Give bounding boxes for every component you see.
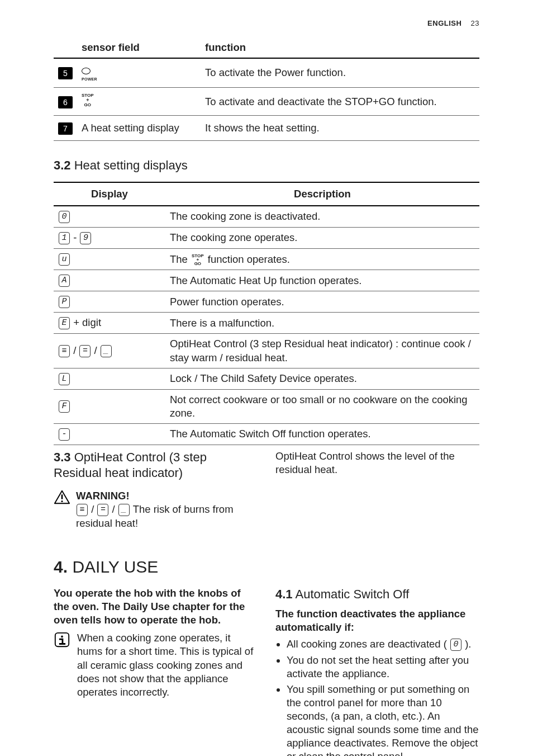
daily-use-columns: You operate the hob with the knobs of th… [54,587,479,756]
seg-icon: A [59,275,70,287]
seg-icon: ≡ [77,504,88,516]
heat-setting-table: Display Description 0The cooking zone is… [54,182,479,445]
seg-icon: 0 [450,639,461,651]
display-cell: u [54,249,165,270]
row-number-box: 7 [58,122,73,135]
section-title: DAILY USE [72,557,158,576]
list-item: You do not set the heat setting after yo… [287,654,479,681]
page-header: ENGLISH 23 [54,19,479,29]
display-cell: P [54,291,165,313]
description-cell: Power function operates. [165,291,479,313]
function-head: The function deactivates the appliance a… [275,607,479,634]
stop-go-icon: STOP+GO [192,254,204,266]
seg-icon: _ [101,345,112,357]
info-icon [54,631,70,648]
section-number: 3.2 [54,158,71,172]
function-cell: To activate the Power function. [201,58,479,88]
daily-use-intro: You operate the hob with the knobs of th… [54,587,258,627]
display-cell: 1 - 9 [54,227,165,248]
row-number-box: 5 [58,67,73,79]
warning-block: WARNING! ≡ / = / _ The risk of burns fro… [76,489,258,530]
warning-label: WARNING! [76,489,258,503]
sensor-cell: POWER [77,58,201,88]
display-cell: F [54,389,165,423]
svg-point-1 [61,500,63,502]
sensor-cell: STOP+GO [77,88,201,116]
seg-icon: = [97,504,108,516]
lang-label: ENGLISH [427,19,461,27]
section-4-1-heading: 4.1 Automatic Switch Off [275,587,479,603]
function-cell: To activate and deactivate the STOP+GO f… [201,88,479,116]
seg-icon: ≡ [59,345,70,357]
seg-icon: 0 [59,211,70,223]
description-cell: There is a malfunction. [165,313,479,334]
description-cell: The cooking zone is deactivated. [165,206,479,228]
display-cell: E + digit [54,313,165,334]
seg-icon: 1 [59,232,70,244]
section-number: 4.1 [275,587,293,601]
seg-icon: = [79,345,91,357]
list-item: All cooking zones are deactivated ( 0 ). [287,637,479,651]
section-title: OptiHeat Control (3 step Residual heat i… [54,450,207,480]
section-3-2-heading: 3.2 Heat setting displays [54,158,479,174]
section-title: Automatic Switch Off [296,587,410,601]
power-icon: POWER [82,65,196,82]
section-number: 4. [54,557,68,576]
table1-header-function: function [201,37,479,58]
page-number: 23 [471,19,479,27]
list-item: You spill something or put something on … [287,683,479,756]
seg-icon: L [59,373,70,385]
auto-switch-off-list: All cooking zones are deactivated ( 0 ).… [275,637,479,756]
seg-icon: 9 [80,232,91,244]
seg-icon: E [59,317,70,329]
table2-header-description: Description [165,182,479,206]
sensor-cell: A heat setting display [77,116,201,141]
svg-point-3 [61,636,63,638]
description-cell: The cooking zone operates. [165,227,479,248]
stop-go-icon: STOP+GO [82,93,94,107]
display-cell: A [54,270,165,291]
display-cell: - [54,423,165,445]
warning-text: ≡ / = / _ The risk of burns from residua… [76,503,258,530]
warning-icon [54,489,70,505]
description-cell: The Automatic Switch Off function operat… [165,423,479,445]
display-cell: L [54,368,165,389]
display-cell: ≡ / = / _ [54,334,165,368]
section-3-3: 3.3 OptiHeat Control (3 step Residual he… [54,450,479,530]
seg-icon: - [59,428,70,441]
description-cell: The STOP+GO function operates. [165,249,479,270]
seg-icon: F [59,400,70,413]
section-3-3-heading: 3.3 OptiHeat Control (3 step Residual he… [54,450,258,481]
svg-rect-0 [61,494,63,499]
optiheat-description: OptiHeat Control shows the level of the … [275,450,479,476]
table2-header-display: Display [54,182,165,206]
section-title: Heat setting displays [74,158,188,172]
display-cell: 0 [54,206,165,228]
row-number-box: 6 [58,96,73,108]
function-cell: It shows the heat setting. [201,116,479,141]
section-4-heading: 4. DAILY USE [54,556,479,578]
seg-icon: _ [118,504,130,516]
description-cell: Lock / The Child Safety Device operates. [165,368,479,389]
description-cell: Not correct cookware or too small or no … [165,389,479,423]
section-number: 3.3 [54,450,71,464]
seg-icon: P [59,296,70,308]
description-cell: The Automatic Heat Up function operates. [165,270,479,291]
table1-header-sensor: sensor field [77,37,201,58]
sensor-field-table: sensor field function 5POWERTo activate … [54,37,479,141]
info-text: When a cooking zone operates, it hums fo… [77,631,258,698]
description-cell: OptiHeat Control (3 step Residual heat i… [165,334,479,368]
seg-icon: u [59,253,70,266]
